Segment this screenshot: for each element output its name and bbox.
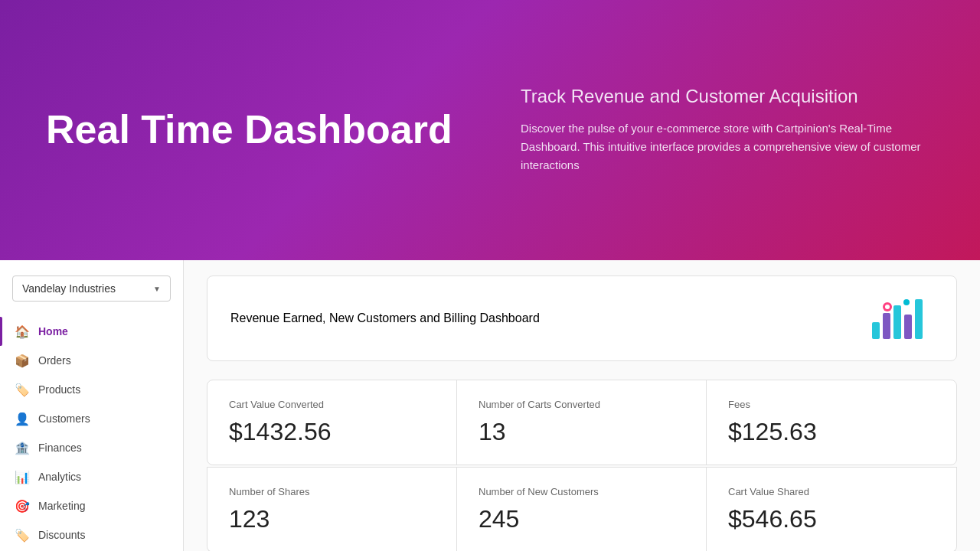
svg-rect-2 bbox=[893, 305, 901, 339]
sidebar-item-label: Orders bbox=[38, 354, 71, 367]
sidebar-item-label: Analytics bbox=[38, 471, 81, 483]
banner-text: Revenue Earned, New Customers and Billin… bbox=[230, 311, 540, 325]
sidebar-item-label: Products bbox=[38, 383, 80, 396]
sidebar-item-customers[interactable]: 👤 Customers bbox=[0, 404, 183, 433]
home-icon: 🏠 bbox=[15, 324, 29, 338]
stat-label: Cart Value Converted bbox=[229, 399, 435, 410]
marketing-icon: 🎯 bbox=[15, 499, 29, 513]
svg-rect-4 bbox=[915, 299, 923, 339]
orders-icon: 📦 bbox=[15, 354, 29, 367]
stat-number-of-shares: Number of Shares 123 bbox=[207, 467, 457, 551]
chart-illustration bbox=[864, 292, 933, 345]
stat-label: Fees bbox=[728, 399, 935, 410]
stat-value: 245 bbox=[479, 505, 684, 533]
sidebar-item-label: Customers bbox=[38, 412, 90, 425]
svg-rect-3 bbox=[904, 315, 912, 339]
analytics-icon: 📊 bbox=[15, 470, 29, 484]
hero-left: Real Time Dashboard bbox=[46, 108, 459, 152]
stats-grid-row1: Cart Value Converted $1432.56 Number of … bbox=[207, 380, 957, 465]
sidebar-item-marketing[interactable]: 🎯 Marketing bbox=[0, 491, 183, 520]
content-area: Revenue Earned, New Customers and Billin… bbox=[184, 260, 980, 551]
sidebar-item-discounts[interactable]: 🏷️ Discounts bbox=[0, 520, 183, 549]
sidebar-item-finances[interactable]: 🏦 Finances bbox=[0, 433, 183, 462]
sidebar-item-label: Marketing bbox=[38, 500, 85, 512]
svg-point-6 bbox=[885, 305, 890, 309]
svg-point-7 bbox=[903, 299, 910, 305]
stat-cart-value-converted: Cart Value Converted $1432.56 bbox=[207, 380, 457, 465]
stat-value: 123 bbox=[229, 505, 435, 533]
hero-right: Track Revenue and Customer Acquisition D… bbox=[521, 86, 934, 174]
stat-label: Cart Value Shared bbox=[728, 486, 935, 497]
sidebar-item-analytics[interactable]: 📊 Analytics bbox=[0, 462, 183, 491]
stat-carts-converted: Number of Carts Converted 13 bbox=[457, 380, 707, 465]
chevron-down-icon: ▼ bbox=[153, 285, 161, 293]
sidebar-item-orders[interactable]: 📦 Orders bbox=[0, 346, 183, 375]
sidebar-item-products[interactable]: 🏷️ Products bbox=[0, 375, 183, 404]
hero-title: Real Time Dashboard bbox=[46, 108, 459, 152]
finances-icon: 🏦 bbox=[15, 441, 29, 455]
stat-new-customers: Number of New Customers 245 bbox=[457, 467, 707, 551]
products-icon: 🏷️ bbox=[15, 383, 29, 396]
stat-value: $125.63 bbox=[728, 418, 935, 446]
svg-rect-1 bbox=[883, 313, 890, 339]
customers-icon: 👤 bbox=[15, 412, 29, 425]
stat-fees: Fees $125.63 bbox=[707, 380, 956, 465]
hero-subtitle: Track Revenue and Customer Acquisition bbox=[521, 86, 934, 107]
stat-value: $546.65 bbox=[728, 505, 935, 533]
dashboard-banner: Revenue Earned, New Customers and Billin… bbox=[207, 276, 957, 361]
stat-cart-value-shared: Cart Value Shared $546.65 bbox=[707, 467, 956, 551]
discounts-icon: 🏷️ bbox=[15, 528, 29, 542]
stat-label: Number of Carts Converted bbox=[479, 399, 684, 410]
stat-value: $1432.56 bbox=[229, 418, 435, 446]
stat-label: Number of New Customers bbox=[479, 486, 684, 497]
store-selector[interactable]: Vandelay Industries ▼ bbox=[12, 276, 171, 302]
sidebar-item-label: Discounts bbox=[38, 529, 85, 541]
svg-rect-0 bbox=[872, 322, 880, 339]
sidebar-item-label: Finances bbox=[38, 442, 82, 454]
sidebar-item-label: Home bbox=[38, 325, 68, 337]
hero-section: Real Time Dashboard Track Revenue and Cu… bbox=[0, 0, 980, 260]
hero-description: Discover the pulse of your e-commerce st… bbox=[521, 119, 934, 174]
stat-label: Number of Shares bbox=[229, 486, 435, 497]
store-name: Vandelay Industries bbox=[22, 282, 116, 295]
main-area: Vandelay Industries ▼ 🏠 Home 📦 Orders 🏷️… bbox=[0, 260, 980, 551]
sidebar-item-home[interactable]: 🏠 Home bbox=[0, 317, 183, 346]
stat-value: 13 bbox=[479, 418, 684, 446]
sidebar: Vandelay Industries ▼ 🏠 Home 📦 Orders 🏷️… bbox=[0, 260, 184, 551]
stats-grid-row2: Number of Shares 123 Number of New Custo… bbox=[207, 467, 957, 551]
